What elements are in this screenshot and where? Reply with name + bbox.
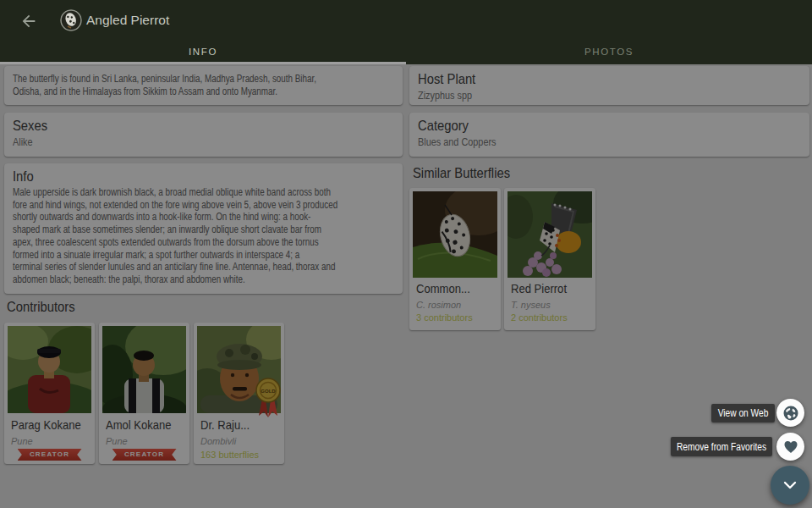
remove-favorites-tooltip: Remove from Favorites xyxy=(671,437,772,456)
back-button[interactable] xyxy=(17,9,41,33)
tab-photos[interactable]: PHOTOS xyxy=(406,41,812,62)
tab-info-label: INFO xyxy=(189,47,217,57)
view-on-web-label: View on Web xyxy=(716,404,771,422)
butterfly-avatar xyxy=(60,9,82,31)
tab-info[interactable]: INFO xyxy=(0,41,406,62)
active-tab-indicator xyxy=(0,62,406,64)
heart-icon xyxy=(782,439,799,456)
chevron-down-icon xyxy=(781,477,799,494)
view-on-web-tooltip: View on Web xyxy=(711,404,775,422)
arrow-left-icon xyxy=(19,12,38,30)
tab-photos-label: PHOTOS xyxy=(584,47,634,57)
remove-favorites-button[interactable] xyxy=(776,433,804,461)
fab-speed-dial: View on Web Remove from Favorites xyxy=(0,0,812,508)
page-title: Angled Pierrot xyxy=(86,13,169,28)
remove-favorites-label: Remove from Favorites xyxy=(678,437,765,456)
globe-icon xyxy=(782,405,799,422)
view-on-web-button[interactable] xyxy=(776,399,804,427)
close-speed-dial-button[interactable] xyxy=(771,466,809,505)
butterfly-thumbnail-icon xyxy=(60,9,82,31)
app-bar: Angled Pierrot INFO PHOTOS xyxy=(0,0,812,64)
